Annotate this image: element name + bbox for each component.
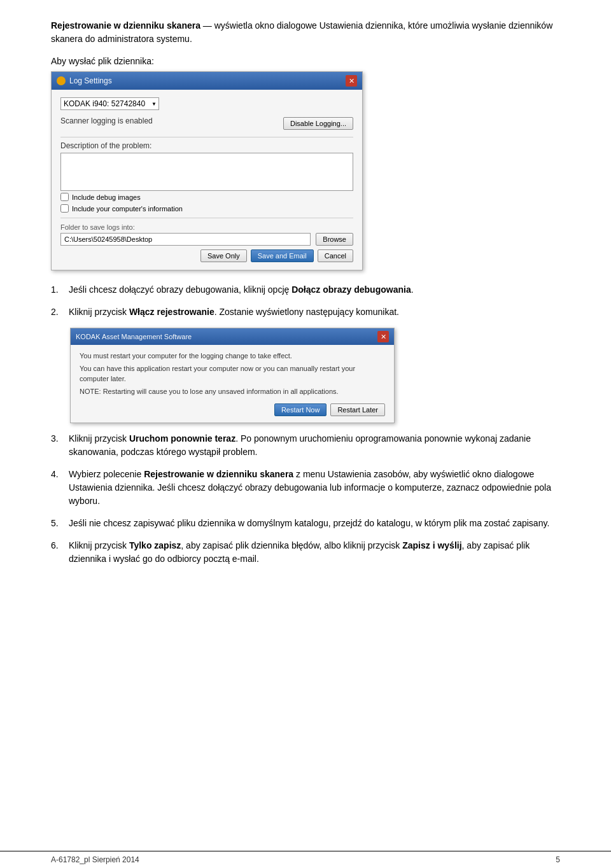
list-number-6: 6. (51, 539, 64, 566)
restart-dialog-buttons: Restart Now Restart Later (80, 403, 385, 416)
list-text-4: Wybierz polecenie Rejestrowanie w dzienn… (69, 468, 560, 508)
restart-text-1: You must restart your computer for the l… (80, 351, 385, 361)
dialog-titlebar: Log Settings ✕ (52, 72, 362, 90)
intro-heading-bold: Rejestrowanie w dzienniku skanera (51, 20, 200, 31)
checkbox-computer-info[interactable] (60, 204, 69, 213)
footer-page-number: 5 (556, 855, 560, 864)
list-text-1: Jeśli chcesz dołączyć obrazy debugowania… (69, 283, 560, 297)
restart-later-button[interactable]: Restart Later (330, 403, 385, 416)
footer-doc-id: A-61782_pl Sierpień 2014 (51, 855, 139, 864)
scanner-select-wrapper[interactable]: KODAK i940: 52742840 (60, 97, 159, 110)
dialog-title-text: Log Settings (69, 76, 112, 85)
disable-logging-button[interactable]: Disable Logging... (283, 117, 353, 130)
folder-path-input[interactable] (60, 233, 311, 246)
dialog-close-button[interactable]: ✕ (346, 75, 357, 87)
folder-label: Folder to save logs into: (60, 223, 353, 231)
restart-dialog-body: You must restart your computer for the l… (71, 345, 394, 423)
section-label: Aby wysłać plik dziennika: (51, 56, 560, 66)
intro-heading: Rejestrowanie w dzienniku skanera — wyśw… (51, 19, 560, 46)
list-text-3: Kliknij przycisk Uruchom ponownie teraz.… (69, 432, 560, 459)
list-number-5: 5. (51, 517, 64, 530)
list-text-6: Kliknij przycisk Tylko zapisz, aby zapis… (69, 539, 560, 566)
dialog-titlebar-left: Log Settings (57, 76, 112, 85)
restart-text-2: You can have this application restart yo… (80, 364, 385, 384)
dialog-body: KODAK i940: 52742840 Scanner logging is … (52, 90, 362, 270)
browse-button[interactable]: Browse (316, 233, 353, 246)
save-and-email-button[interactable]: Save and Email (251, 249, 314, 262)
list-number-1: 1. (51, 283, 64, 297)
list-item-2: 2. Kliknij przycisk Włącz rejestrowanie.… (51, 305, 560, 319)
list-item-6: 6. Kliknij przycisk Tylko zapisz, aby za… (51, 539, 560, 566)
restart-dialog-titlebar: KODAK Asset Management Software ✕ (71, 328, 394, 345)
save-only-button[interactable]: Save Only (200, 249, 247, 262)
cancel-button[interactable]: Cancel (318, 249, 353, 262)
page-footer: A-61782_pl Sierpień 2014 5 (0, 851, 611, 868)
logging-status-text: Scanner logging is enabled (60, 116, 153, 125)
scanner-dropdown-row: KODAK i940: 52742840 (60, 97, 353, 110)
dialog-title-icon (57, 76, 66, 85)
list-item-3: 3. Kliknij przycisk Uruchom ponownie ter… (51, 432, 560, 459)
page-content: Rejestrowanie w dzienniku skanera — wyśw… (0, 0, 611, 613)
checkbox-computer-info-label: Include your computer's information (72, 205, 183, 213)
checkbox-debug-images-row: Include debug images (60, 193, 353, 201)
checkbox-debug-images-label: Include debug images (72, 193, 141, 201)
checkbox-debug-images[interactable] (60, 193, 69, 201)
list-number-2: 2. (51, 305, 64, 319)
list-text-5: Jeśli nie chcesz zapisywać pliku dzienni… (69, 517, 560, 530)
restart-dialog: KODAK Asset Management Software ✕ You mu… (70, 328, 395, 423)
restart-dialog-title: KODAK Asset Management Software (76, 333, 192, 340)
list-item-1: 1. Jeśli chcesz dołączyć obrazy debugowa… (51, 283, 560, 297)
restart-now-button[interactable]: Restart Now (274, 403, 327, 416)
description-textarea[interactable] (60, 153, 353, 191)
list-item-5: 5. Jeśli nie chcesz zapisywać pliku dzie… (51, 517, 560, 530)
dialog-bottom-buttons: Save Only Save and Email Cancel (60, 249, 353, 262)
list-text-2: Kliknij przycisk Włącz rejestrowanie. Zo… (69, 305, 560, 319)
list-number-3: 3. (51, 432, 64, 459)
list-number-4: 4. (51, 468, 64, 508)
description-label: Description of the problem: (60, 141, 353, 150)
scanner-select[interactable]: KODAK i940: 52742840 (60, 97, 159, 110)
log-settings-dialog: Log Settings ✕ KODAK i940: 52742840 Scan… (51, 71, 363, 270)
log-settings-dialog-wrapper: Log Settings ✕ KODAK i940: 52742840 Scan… (51, 71, 560, 270)
numbered-list: 1. Jeśli chcesz dołączyć obrazy debugowa… (51, 283, 560, 566)
checkbox-computer-info-row: Include your computer's information (60, 204, 353, 213)
list-item-4: 4. Wybierz polecenie Rejestrowanie w dzi… (51, 468, 560, 508)
restart-dialog-close[interactable]: ✕ (377, 331, 389, 342)
restart-text-3: NOTE: Restarting will cause you to lose … (80, 387, 385, 396)
